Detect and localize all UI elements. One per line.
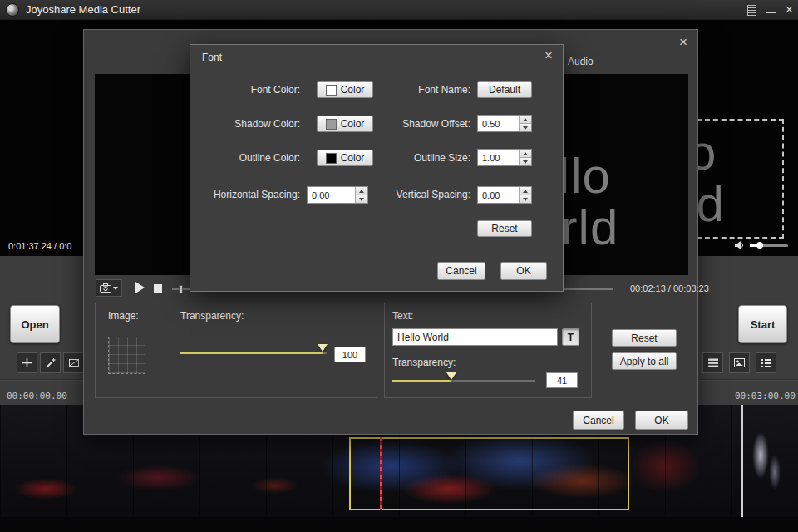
shadow-offset-spinner[interactable]: 0.50 (477, 115, 532, 132)
font-reset-button[interactable]: Reset (477, 220, 532, 237)
image-placeholder[interactable] (108, 337, 145, 374)
camera-icon (100, 283, 111, 293)
preview-mode-button[interactable] (729, 352, 750, 373)
spin-up-arrow[interactable] (356, 187, 367, 195)
effect-button[interactable] (40, 352, 61, 373)
spin-down-arrow[interactable] (520, 158, 531, 165)
watermark-text-input[interactable] (392, 328, 558, 346)
image-transparency-label: Transparency: (180, 310, 244, 322)
play-button[interactable] (135, 282, 145, 293)
timeline-end-time: 00:03:00.00 (735, 391, 796, 401)
shadow-color-button[interactable]: Color (317, 116, 373, 132)
app-logo-icon (6, 3, 19, 17)
menu-icon[interactable] (747, 5, 756, 16)
font-dialog-close-icon[interactable]: × (544, 48, 553, 62)
status-bar (0, 517, 798, 532)
menu-list-icon (761, 357, 772, 368)
start-button[interactable]: Start (738, 305, 787, 343)
seek-slider-handle[interactable] (179, 285, 183, 293)
reset-button[interactable]: Reset (612, 329, 677, 347)
open-button[interactable]: Open (10, 305, 60, 343)
window-close-icon[interactable]: × (786, 3, 793, 17)
apply-to-all-button[interactable]: Apply to all (612, 352, 677, 370)
menu-list-button[interactable] (756, 352, 776, 373)
spin-down-arrow[interactable] (520, 124, 531, 131)
spin-down-arrow[interactable] (520, 195, 531, 203)
outline-size-label: Outline Size: (369, 150, 470, 166)
font-ok-button[interactable]: OK (500, 262, 547, 280)
window-title: Joyoshare Media Cutter (26, 3, 140, 16)
preview-window-icon (733, 357, 746, 368)
image-transparency-slider[interactable] (180, 352, 327, 354)
vertical-spacing-spinner[interactable]: 0.00 (477, 186, 532, 204)
add-button[interactable] (17, 352, 37, 373)
image-watermark-panel: Image: Transparency: 100 (95, 303, 377, 398)
font-name-button[interactable]: Default (477, 81, 532, 98)
spin-down-arrow[interactable] (356, 195, 367, 203)
text-transparency-slider[interactable] (392, 380, 535, 382)
app-window: Joyoshare Media Cutter × Hello World 0:0… (0, 0, 798, 532)
segment-list-button[interactable] (702, 352, 723, 373)
titlebar: Joyoshare Media Cutter × (0, 0, 798, 20)
outline-color-button[interactable]: Color (317, 150, 373, 166)
vertical-spacing-label: Vertical Spacing: (369, 186, 470, 203)
dialog-playback-time: 00:02:13 / 00:03:23 (630, 283, 709, 293)
spin-up-arrow[interactable] (520, 116, 531, 124)
watermark-icon (68, 357, 80, 368)
outline-color-swatch (326, 153, 337, 164)
magic-wand-icon (44, 357, 57, 369)
minimize-icon[interactable] (766, 12, 776, 13)
watermark-actions-panel: Reset Apply to all (594, 303, 695, 398)
font-color-button[interactable]: Color (317, 81, 373, 98)
outline-color-label: Outline Color: (199, 150, 300, 166)
image-label: Image: (108, 310, 139, 322)
stop-button[interactable] (154, 284, 162, 293)
text-transparency-value[interactable]: 41 (546, 372, 578, 388)
snapshot-button[interactable] (96, 279, 122, 297)
text-transparency-label: Transparency: (392, 357, 456, 368)
horizontal-spacing-spinner[interactable]: 0.00 (307, 186, 368, 204)
watermark-button[interactable] (63, 352, 84, 373)
playhead[interactable] (380, 437, 382, 510)
clip-boundary-marker (741, 405, 743, 517)
image-transparency-value[interactable]: 100 (334, 347, 366, 362)
text-watermark-panel: Text: T Transparency: 41 (384, 303, 592, 398)
playback-time: 0:01:37.24 / 0:0 (8, 241, 71, 251)
outline-size-spinner[interactable]: 1.00 (477, 149, 532, 166)
shadow-offset-label: Shadow Offset: (369, 116, 470, 132)
horizontal-spacing-label: Horizontal Spacing: (199, 186, 300, 203)
spin-up-arrow[interactable] (520, 150, 531, 158)
volume-control (734, 240, 788, 250)
tab-audio[interactable]: Audio (568, 56, 594, 67)
volume-slider[interactable] (750, 244, 788, 247)
dialog-cancel-button[interactable]: Cancel (573, 411, 624, 430)
add-icon (22, 357, 32, 368)
spin-up-arrow[interactable] (520, 187, 531, 195)
text-transparency-handle[interactable] (446, 372, 456, 380)
volume-slider-handle[interactable] (756, 242, 763, 249)
font-dialog: Font × Font Color: Color Font Name: Defa… (190, 44, 564, 292)
image-transparency-handle[interactable] (318, 344, 328, 352)
speaker-icon[interactable] (734, 240, 746, 250)
shadow-color-swatch (326, 119, 337, 130)
font-cancel-button[interactable]: Cancel (437, 262, 485, 280)
segment-list-icon (707, 357, 719, 368)
font-color-swatch (326, 85, 337, 96)
selection-region[interactable] (349, 437, 629, 510)
font-settings-button[interactable]: T (562, 328, 579, 346)
dialog-ok-button[interactable]: OK (635, 411, 688, 430)
dialog-close-icon[interactable]: × (679, 35, 687, 49)
shadow-color-label: Shadow Color: (199, 116, 300, 132)
font-name-label: Font Name: (369, 81, 470, 98)
timeline-start-time: 00:00:00.00 (7, 391, 67, 401)
font-color-label: Font Color: (199, 81, 300, 98)
font-dialog-title: Font (202, 52, 222, 63)
snapshot-dropdown-icon[interactable] (113, 287, 118, 290)
text-label: Text: (392, 310, 413, 322)
